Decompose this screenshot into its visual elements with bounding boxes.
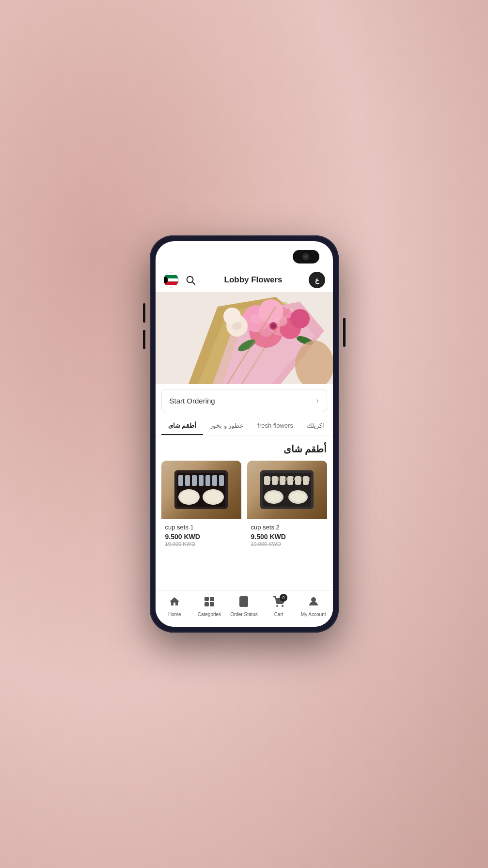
start-ordering-button[interactable]: Start Ordering › — [161, 389, 327, 412]
svg-point-21 — [271, 324, 276, 328]
tab-fresh-flowers[interactable]: fresh flowers — [251, 417, 300, 435]
category-tabs: أطقم شاى عطور و بخور fresh flowers اكريل… — [156, 417, 333, 435]
svg-rect-53 — [295, 476, 301, 485]
nav-cart-label: Cart — [274, 612, 283, 617]
svg-point-64 — [282, 605, 283, 606]
svg-rect-57 — [205, 603, 208, 606]
product-original-price-1: 19.000 KWD — [165, 541, 237, 547]
power-button — [343, 318, 346, 347]
tab-incense[interactable]: عطور و بخور — [203, 417, 251, 435]
nav-order-status[interactable]: Order Status — [227, 596, 262, 617]
products-grid: cup sets 1 9.500 KWD 19.000 KWD — [161, 461, 327, 558]
product-name-1: cup sets 1 — [165, 524, 237, 531]
svg-rect-49 — [264, 476, 270, 485]
svg-line-5 — [192, 282, 195, 284]
bottom-navigation: Home Categories — [156, 590, 333, 627]
svg-point-35 — [205, 491, 222, 503]
app-title: Lobby Flowers — [224, 275, 283, 285]
product-price-2: 9.500 KWD — [251, 533, 323, 541]
home-icon — [169, 596, 180, 610]
svg-point-33 — [180, 491, 198, 503]
nav-home[interactable]: Home — [157, 596, 192, 617]
phone-frame: Lobby Flowers ع — [150, 235, 339, 633]
camera-lens — [302, 253, 309, 260]
cart-icon: 0 — [273, 596, 284, 610]
camera-module — [293, 250, 319, 264]
product-card[interactable]: cup sets 1 9.500 KWD 19.000 KWD — [161, 461, 241, 552]
nav-categories-label: Categories — [198, 612, 221, 617]
product-original-price-2: 19.000 KWD — [251, 541, 323, 547]
svg-rect-41 — [212, 475, 217, 486]
product-info-2: cup sets 2 9.500 KWD 19.000 KWD — [247, 519, 327, 552]
product-image-1 — [161, 461, 241, 519]
phone-screen: Lobby Flowers ع — [156, 241, 333, 627]
svg-point-19 — [250, 314, 263, 324]
product-card[interactable]: cup sets 2 9.500 KWD 19.000 KWD — [247, 461, 327, 552]
search-button[interactable] — [183, 272, 198, 288]
nav-order-status-label: Order Status — [230, 612, 258, 617]
volume-down-button — [143, 330, 145, 349]
svg-rect-55 — [205, 597, 208, 601]
svg-rect-58 — [210, 603, 214, 606]
tab-tea-sets[interactable]: أطقم شاى — [161, 417, 204, 435]
product-price-1: 9.500 KWD — [165, 533, 237, 541]
tea-set-visual-2 — [247, 461, 327, 519]
svg-point-48 — [290, 492, 306, 502]
product-name-2: cup sets 2 — [251, 524, 323, 531]
nav-account-label: My Account — [301, 612, 326, 617]
cart-badge: 0 — [280, 594, 287, 602]
hero-banner — [156, 292, 333, 384]
svg-rect-54 — [303, 476, 309, 485]
svg-rect-40 — [205, 475, 210, 486]
tab-vases[interactable]: vases — [331, 417, 332, 435]
nav-home-label: Home — [168, 612, 181, 617]
nav-my-account[interactable]: My Account — [296, 596, 331, 617]
svg-rect-52 — [287, 476, 293, 485]
tea-set-visual-1 — [161, 461, 241, 519]
svg-point-46 — [266, 492, 282, 502]
nav-categories[interactable]: Categories — [192, 596, 227, 617]
currency-button[interactable]: ع — [309, 272, 325, 288]
svg-rect-42 — [219, 475, 224, 486]
receipt-icon — [238, 596, 250, 610]
product-image-2 — [247, 461, 327, 519]
svg-rect-51 — [280, 476, 285, 485]
svg-rect-37 — [185, 475, 190, 486]
svg-point-26 — [232, 322, 242, 330]
svg-point-65 — [312, 598, 315, 602]
volume-up-button — [143, 303, 145, 323]
svg-rect-36 — [178, 475, 183, 486]
grid-icon — [204, 596, 215, 610]
section-title: أطقم شاى — [161, 435, 327, 461]
cart-wrapper: 0 — [273, 596, 284, 610]
header-left — [163, 272, 198, 288]
svg-rect-50 — [272, 476, 278, 485]
nav-cart[interactable]: 0 Cart — [261, 596, 296, 617]
person-icon — [308, 596, 319, 610]
chevron-right-icon: › — [316, 396, 318, 405]
app-content: Lobby Flowers ع — [156, 241, 333, 627]
svg-rect-56 — [210, 597, 214, 601]
product-info-1: cup sets 1 9.500 KWD 19.000 KWD — [161, 519, 241, 552]
tab-acrylic[interactable]: اكريلك — [300, 417, 331, 435]
svg-rect-38 — [192, 475, 197, 486]
svg-point-16 — [290, 309, 310, 328]
svg-point-63 — [277, 605, 278, 606]
country-flag[interactable] — [163, 272, 179, 288]
svg-rect-39 — [199, 475, 204, 486]
app-header: Lobby Flowers ع — [156, 268, 333, 292]
